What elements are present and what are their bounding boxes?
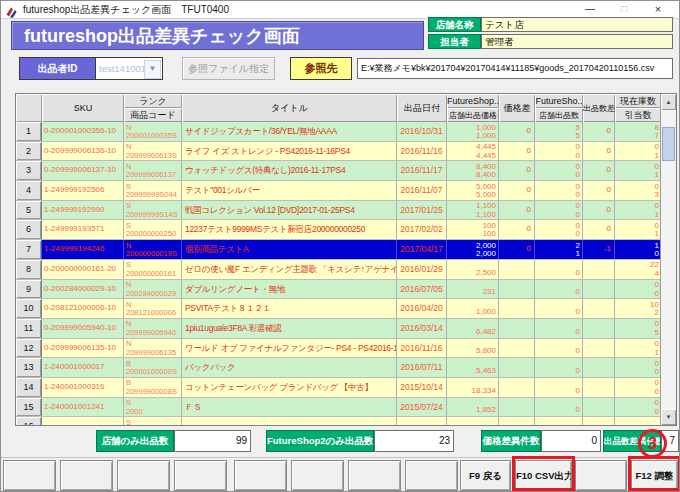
cell-stock: 0 1 bbox=[615, 220, 661, 239]
fnbtn-f1[interactable] bbox=[3, 460, 56, 491]
table-row[interactable]: 16 S bbox=[16, 417, 676, 425]
stock-value: 0 bbox=[617, 143, 659, 152]
minimize-button[interactable]: — bbox=[577, 1, 603, 17]
cell-rank-code: B 20999900008S bbox=[124, 378, 182, 397]
vertical-scrollbar[interactable]: ▲ ▼ bbox=[660, 94, 676, 425]
code-value: 200284000029 bbox=[126, 290, 179, 299]
shop-qty-value: 0 bbox=[537, 308, 580, 317]
scroll-down-icon[interactable]: ▼ bbox=[661, 409, 676, 425]
chevron-down-icon[interactable]: ▼ bbox=[144, 60, 161, 79]
cell-prices: 8,400 8,400 bbox=[447, 161, 499, 180]
fnbtn-f8[interactable] bbox=[405, 460, 458, 491]
person-field: 管理者 bbox=[481, 34, 673, 49]
table-row[interactable]: 6 1-249999193571 S 200000000250 12237テスト… bbox=[16, 220, 676, 240]
alloc-value: 0 bbox=[617, 290, 659, 299]
alloc-value: 1 bbox=[617, 152, 659, 161]
code-value: 20999900008S bbox=[126, 388, 179, 397]
cell-title: ＦＳ bbox=[182, 398, 397, 417]
cell-sku: 0-200001000356-10 bbox=[42, 122, 124, 141]
table-row[interactable]: 5 1-249999192990 S 20999999S14S 戦国コレクション… bbox=[16, 201, 676, 221]
fs2-only-count-value: 23 bbox=[374, 430, 454, 452]
stock-value: 10 bbox=[617, 301, 659, 310]
cell-rownum: 11 bbox=[16, 319, 42, 338]
cell-rownum: 13 bbox=[16, 358, 42, 377]
shop-price-value: 18,334 bbox=[449, 387, 496, 396]
shop-price-value: 2,500 bbox=[449, 269, 496, 278]
cell-quantities: 0 bbox=[535, 299, 583, 318]
table-row[interactable]: 14 1-240001000316 B 20999900008S コットンチェー… bbox=[16, 378, 676, 398]
cell-quantities: 0 bbox=[535, 358, 583, 377]
maximize-button[interactable]: □ bbox=[611, 1, 637, 17]
table-row[interactable]: 4 1-249999192506 S 20999999S044 テスト"001シ… bbox=[16, 181, 676, 201]
table-row[interactable]: 13 1-240001000017 B 20000100000S バックパック … bbox=[16, 358, 676, 378]
code-value: 209999006137 bbox=[126, 171, 179, 180]
table-row[interactable]: 11 0-209999005940-10 N 209999005940 1piu… bbox=[16, 319, 676, 339]
stock-value: 0 bbox=[617, 183, 659, 192]
stock-value: 1 bbox=[617, 242, 659, 251]
table-row[interactable]: 3 0-209999006137-10 N 209999006137 ウォッチド… bbox=[16, 161, 676, 181]
cell-quantities: 0 0 bbox=[535, 220, 583, 239]
cell-rownum: 14 bbox=[16, 378, 42, 397]
table-row[interactable]: 1 0-200001000356-10 N 20000100035S サイドジッ… bbox=[16, 122, 676, 142]
app-window: futureshop出品差異チェック画面 TFUT0400 — □ × futu… bbox=[0, 0, 680, 492]
table-row[interactable]: 10 0-208121000006-10 N 208121000006 PSVI… bbox=[16, 299, 676, 319]
close-button[interactable]: × bbox=[645, 1, 671, 17]
cell-price-diff: 0 bbox=[499, 240, 535, 259]
alloc-value: 4 bbox=[617, 270, 659, 279]
table-row[interactable]: 8 0-200000000161-20 S 200000000161 ゼロの使い… bbox=[16, 260, 676, 280]
qty-diff-count-label: 出品数差異件数 bbox=[603, 430, 661, 452]
cell-stock: 0 1 bbox=[615, 161, 661, 180]
csv-export-button[interactable]: F10 CSV出力 bbox=[515, 460, 572, 491]
fnbtn-f7[interactable] bbox=[348, 460, 401, 491]
code-value: 208121000006 bbox=[126, 309, 179, 318]
fs-qty-value: 0 bbox=[537, 183, 580, 192]
cell-quantities: 0 bbox=[535, 319, 583, 338]
fnbtn-f5[interactable] bbox=[234, 460, 287, 491]
cell-price-diff bbox=[499, 280, 535, 299]
header-shop-price: 店舗出品価格 bbox=[447, 108, 499, 122]
cell-title: 1piu1uguale3F8A 彩選確認 bbox=[182, 319, 397, 338]
table-row[interactable]: 2 0-209999006136-10 N 20999900613S ライフ イ… bbox=[16, 142, 676, 162]
header-qty-diff: 出品数差 bbox=[583, 94, 615, 122]
rank-value: S bbox=[126, 419, 179, 425]
cell-qty-diff bbox=[583, 299, 615, 318]
fnbtn-f11[interactable] bbox=[575, 460, 627, 491]
cell-prices: 100 100 bbox=[447, 220, 499, 239]
cell-qty-diff bbox=[583, 358, 615, 377]
cell-stock: 0 1 bbox=[615, 142, 661, 161]
cell-stock: 8 7 bbox=[615, 122, 661, 141]
file-path-field[interactable]: E:¥業務メモ¥bk¥201704¥20170414¥11185¥goods_2… bbox=[357, 58, 673, 79]
cell-qty-diff bbox=[583, 417, 615, 425]
table-row[interactable]: 15 1-240001001241 S 2000 ＦＳ 2015/07/24 1… bbox=[16, 398, 676, 418]
cell-price-diff bbox=[499, 319, 535, 338]
fs-qty-value bbox=[537, 340, 580, 347]
cell-stock: 10 2 bbox=[615, 299, 661, 318]
fnbtn-f3[interactable] bbox=[117, 460, 170, 491]
cell-stock bbox=[615, 417, 661, 425]
ref-file-button[interactable]: 参照ファイル指定 bbox=[182, 57, 275, 80]
cell-price-diff bbox=[499, 260, 535, 279]
back-button[interactable]: F9 戻る bbox=[460, 460, 511, 491]
cell-rank-code: S 200000000161 bbox=[124, 260, 182, 279]
fnbtn-f2[interactable] bbox=[60, 460, 113, 491]
cell-quantities: 5 5 bbox=[535, 122, 583, 141]
browse-button[interactable]: 参照先 bbox=[290, 57, 352, 80]
code-value: 200000000161 bbox=[126, 270, 179, 279]
table-row[interactable]: 12 0-209999006135-10 N 209999006135 ワールド… bbox=[16, 339, 676, 359]
adjust-button[interactable]: F12 調整 bbox=[631, 460, 678, 491]
scroll-up-icon[interactable]: ▲ bbox=[661, 94, 676, 110]
cell-prices: 5,000 5,000 bbox=[447, 181, 499, 200]
cell-date: 2016/11/07 bbox=[397, 181, 447, 200]
fnbtn-f4[interactable] bbox=[174, 460, 227, 491]
cell-rank-code: S 20999999S044 bbox=[124, 181, 182, 200]
table-row[interactable]: 7 1-249999194246 N 20000000019S 個別商品テストA… bbox=[16, 240, 676, 260]
code-value: 20999999S044 bbox=[126, 191, 179, 200]
scrollbar-thumb[interactable] bbox=[662, 127, 675, 161]
fs-qty-value: 5 bbox=[537, 124, 580, 133]
table-row[interactable]: 9 0-200284000029-10 N 200284000029 ダブルリン… bbox=[16, 280, 676, 300]
seller-id-combo[interactable]: test14100109 ▼ bbox=[96, 58, 162, 79]
fnbtn-f6[interactable] bbox=[291, 460, 344, 491]
cell-rank-code: N 209999005940 bbox=[124, 319, 182, 338]
alloc-value: 1 bbox=[617, 211, 659, 220]
shop-price-value: 2,000 bbox=[449, 250, 496, 259]
